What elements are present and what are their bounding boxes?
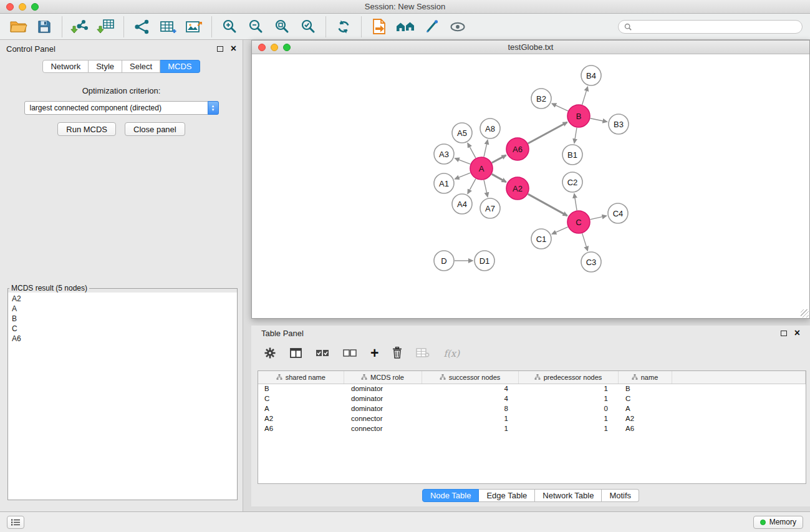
mcds-result-item[interactable]: A [12,304,237,314]
table-row[interactable]: Bdominator41B [258,384,806,394]
zoom-window-button[interactable] [31,3,39,11]
column-header-shared-name[interactable]: shared name [258,371,344,384]
resize-grip[interactable] [801,309,809,317]
edge-A2-C[interactable] [528,194,567,216]
node-A2[interactable]: A2 [506,177,529,200]
node-D1[interactable]: D1 [475,251,494,271]
table-cell[interactable]: 4 [422,384,518,394]
optimization-dropdown[interactable]: largest connected component (directed) ▲… [24,101,219,115]
edge-A-A2[interactable] [492,174,506,182]
close-window-button[interactable] [6,3,14,11]
table-cell[interactable]: A6 [618,423,672,433]
edge-A-A6[interactable] [492,155,506,163]
close-panel-button[interactable]: Close panel [125,122,185,136]
table-row[interactable]: Adominator80A [258,404,806,414]
table-cell[interactable]: dominator [344,404,422,414]
table-cell[interactable]: A [258,404,344,414]
table-cell[interactable]: B [618,384,672,394]
node-A4[interactable]: A4 [452,194,472,214]
table-cell[interactable]: 1 [422,423,518,433]
run-mcds-button[interactable]: Run MCDS [57,122,116,136]
close-table-panel-icon[interactable]: × [794,328,800,338]
table-row[interactable]: A2connector11A2 [258,414,806,423]
node-A3[interactable]: A3 [434,144,454,164]
close-network-button[interactable] [258,44,266,51]
edge-A6-B[interactable] [528,122,567,143]
edge-B-B4[interactable] [582,87,588,105]
edge-B-B3[interactable] [591,118,607,122]
column-header-mcds-role[interactable]: MCDS role [344,371,422,384]
table-cell[interactable]: A [618,404,672,414]
table-cell[interactable]: A2 [618,414,672,423]
open-document-button[interactable] [366,16,392,38]
export-image-button[interactable] [181,16,207,38]
tab-node-table[interactable]: Node Table [422,489,480,502]
search-input[interactable] [635,22,796,31]
float-table-panel-icon[interactable] [781,331,787,336]
open-file-button[interactable] [5,16,31,38]
edge-C-C4[interactable] [591,216,607,220]
node-A1[interactable]: A1 [434,173,454,193]
node-B2[interactable]: B2 [531,89,551,109]
table-cell[interactable]: C [618,394,672,404]
node-B4[interactable]: B4 [581,65,601,85]
edge-A-A5[interactable] [468,143,476,158]
float-panel-icon[interactable] [217,46,223,52]
task-history-button[interactable] [7,516,24,529]
columns-icon[interactable] [290,348,302,360]
mcds-result-item[interactable]: A6 [12,334,237,344]
column-header-successor-nodes[interactable]: successor nodes [422,371,518,384]
close-panel-icon[interactable]: × [231,44,236,54]
table-cell[interactable]: connector [344,414,422,423]
tab-network-table[interactable]: Network Table [535,489,602,502]
share-network-button[interactable] [128,16,155,38]
column-header-predecessor-nodes[interactable]: predecessor nodes [518,371,618,384]
table-cell[interactable]: dominator [344,394,422,404]
column-header-name[interactable]: name [618,371,672,384]
mcds-result-list[interactable]: A2ABCA6 [8,293,237,500]
tab-network[interactable]: Network [42,60,89,73]
node-C2[interactable]: C2 [562,172,582,192]
style-button[interactable] [418,16,445,38]
mcds-result-item[interactable]: A2 [12,294,237,304]
table-cell[interactable]: B [258,384,344,394]
zoom-fit-button[interactable] [269,16,295,38]
refresh-button[interactable] [330,16,357,38]
edge-C-C1[interactable] [552,227,567,234]
edge-A-A8[interactable] [484,140,488,157]
tab-edge-table[interactable]: Edge Table [479,489,535,502]
import-network-button[interactable] [67,16,93,38]
search-box[interactable] [618,20,803,34]
table-row[interactable]: Cdominator41C [258,394,806,404]
edge-A-A7[interactable] [484,180,488,197]
edge-B-B1[interactable] [574,128,577,143]
tab-mcds[interactable]: MCDS [160,60,200,73]
node-A6[interactable]: A6 [506,138,529,160]
table-cell[interactable]: 1 [518,394,618,404]
table-cell[interactable]: A2 [258,414,344,423]
deselect-all-icon[interactable] [343,349,357,359]
node-C1[interactable]: C1 [531,229,551,249]
node-B1[interactable]: B1 [562,145,582,165]
node-B3[interactable]: B3 [609,114,629,134]
edge-A-A4[interactable] [468,179,476,194]
select-all-icon[interactable] [316,349,329,359]
first-neighbors-button[interactable] [392,16,418,38]
node-A5[interactable]: A5 [452,123,472,143]
tab-style[interactable]: Style [89,60,122,73]
zoom-network-button[interactable] [283,44,291,51]
node-A8[interactable]: A8 [480,118,500,138]
add-column-icon[interactable]: + [370,346,378,360]
table-cell[interactable]: 8 [422,404,518,414]
node-D[interactable]: D [434,251,454,271]
table-cell[interactable]: 1 [518,423,618,433]
trash-icon[interactable] [392,347,402,360]
edge-B-B2[interactable] [552,104,568,111]
show-hide-button[interactable] [445,16,471,38]
node-A7[interactable]: A7 [480,198,500,218]
edge-A-A3[interactable] [455,158,471,164]
table-cell[interactable]: connector [344,423,422,433]
save-session-button[interactable] [31,16,57,38]
network-canvas[interactable]: B4B2BB3A5A8A6A3B1AA1C2A2A4A7C4CC1C3DD1 [252,54,809,318]
table-cell[interactable]: 0 [518,404,618,414]
